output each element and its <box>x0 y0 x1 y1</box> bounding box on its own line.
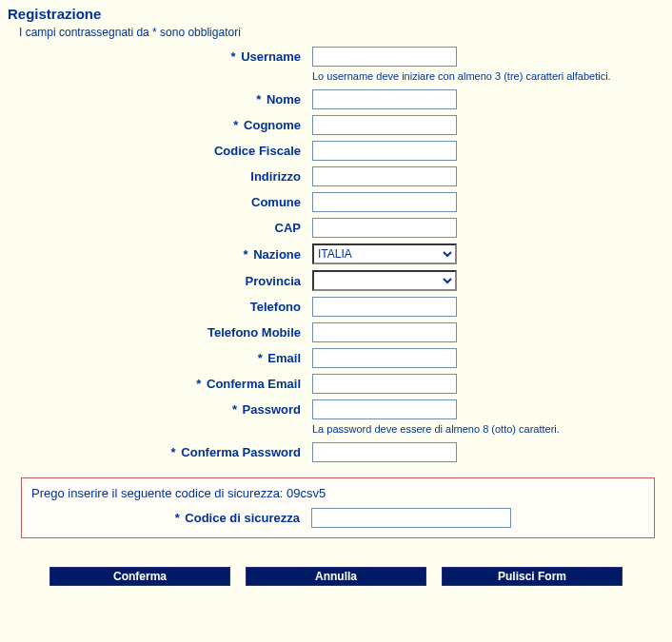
field-row-security: * Codice di sicurezza <box>31 508 644 528</box>
label-text-nazione: Nazione <box>253 247 301 262</box>
required-marker: * <box>258 351 263 365</box>
label-text-conferma-password: Conferma Password <box>181 445 301 459</box>
input-security-code[interactable] <box>311 508 511 528</box>
field-row-telefono-mobile: Telefono Mobile <box>8 322 664 342</box>
input-conferma-password[interactable] <box>312 442 457 462</box>
label-text-cognome: Cognome <box>244 118 301 132</box>
input-conferma-email[interactable] <box>312 374 457 394</box>
field-row-codice-fiscale: Codice Fiscale <box>8 141 664 161</box>
label-text-password: Password <box>243 402 301 417</box>
label-password: * Password <box>8 402 312 417</box>
field-row-comune: Comune <box>8 192 664 212</box>
input-indirizzo[interactable] <box>312 166 457 186</box>
button-bar: Conferma Annulla Pulisci Form <box>8 567 664 586</box>
input-email[interactable] <box>312 348 457 368</box>
required-note: I campi contrassegnati da * sono obbliga… <box>19 26 664 39</box>
input-username[interactable] <box>312 47 457 67</box>
label-text-conferma-email: Conferma Email <box>207 377 301 391</box>
label-indirizzo: Indirizzo <box>8 169 312 184</box>
label-telefono-mobile: Telefono Mobile <box>8 325 312 340</box>
field-row-cap: CAP <box>8 218 664 238</box>
required-marker: * <box>171 445 176 459</box>
label-email: * Email <box>8 351 312 365</box>
label-text-security: Codice di sicurezza <box>185 511 300 525</box>
required-marker: * <box>175 511 180 525</box>
label-conferma-password: * Conferma Password <box>8 445 312 459</box>
field-row-telefono: Telefono <box>8 297 664 317</box>
label-username: * Username <box>8 49 312 64</box>
label-text-indirizzo: Indirizzo <box>250 169 301 184</box>
input-codice-fiscale[interactable] <box>312 141 457 161</box>
input-telefono-mobile[interactable] <box>312 322 457 342</box>
label-provincia: Provincia <box>8 274 312 288</box>
input-comune[interactable] <box>312 192 457 212</box>
required-marker: * <box>196 377 201 391</box>
field-row-conferma-password: * Conferma Password <box>8 442 664 462</box>
label-text-email: Email <box>267 351 301 365</box>
field-row-conferma-email: * Conferma Email <box>8 374 664 394</box>
label-text-provincia: Provincia <box>245 274 301 288</box>
label-security: * Codice di sicurezza <box>31 511 311 525</box>
label-conferma-email: * Conferma Email <box>8 377 312 391</box>
input-nome[interactable] <box>312 89 457 109</box>
page-title: Registrazione <box>8 6 664 22</box>
registration-form: Registrazione I campi contrassegnati da … <box>0 0 672 597</box>
hint-password: La password deve essere di almeno 8 (ott… <box>312 423 664 435</box>
label-text-telefono: Telefono <box>250 300 301 314</box>
label-telefono: Telefono <box>8 300 312 314</box>
field-row-email: * Email <box>8 348 664 368</box>
security-prompt-prefix: Prego inserire il seguente codice di sic… <box>31 486 287 500</box>
hint-username: Lo username deve iniziare con almeno 3 (… <box>312 70 664 82</box>
field-row-cognome: * Cognome <box>8 115 664 135</box>
field-row-nazione: * Nazione ITALIA <box>8 243 664 264</box>
field-row-indirizzo: Indirizzo <box>8 166 664 186</box>
label-text-comune: Comune <box>251 195 301 209</box>
required-marker: * <box>233 118 238 132</box>
required-marker: * <box>243 247 247 262</box>
label-nome: * Nome <box>8 92 312 107</box>
required-marker: * <box>256 92 261 107</box>
input-telefono[interactable] <box>312 297 457 317</box>
field-row-username: * Username <box>8 47 664 67</box>
input-cognome[interactable] <box>312 115 457 135</box>
confirm-button[interactable]: Conferma <box>49 567 230 586</box>
input-cap[interactable] <box>312 218 457 238</box>
label-text-cap: CAP <box>275 221 301 235</box>
input-password[interactable] <box>312 399 457 419</box>
field-row-password: * Password <box>8 399 664 419</box>
label-text-username: Username <box>241 49 301 64</box>
field-row-nome: * Nome <box>8 89 664 109</box>
label-comune: Comune <box>8 195 312 209</box>
security-prompt: Prego inserire il seguente codice di sic… <box>31 486 644 500</box>
label-codice-fiscale: Codice Fiscale <box>8 144 312 158</box>
label-cognome: * Cognome <box>8 118 312 132</box>
label-text-telefono-mobile: Telefono Mobile <box>208 325 301 340</box>
required-marker: * <box>230 49 235 64</box>
cancel-button[interactable]: Annulla <box>246 567 426 586</box>
label-text-codice-fiscale: Codice Fiscale <box>214 144 301 158</box>
label-cap: CAP <box>8 221 312 235</box>
required-marker: * <box>232 402 237 417</box>
security-box: Prego inserire il seguente codice di sic… <box>21 477 655 538</box>
label-text-nome: Nome <box>267 92 301 107</box>
label-nazione: * Nazione <box>8 247 312 262</box>
field-row-provincia: Provincia <box>8 270 664 291</box>
reset-button[interactable]: Pulisci Form <box>442 567 623 586</box>
select-nazione[interactable]: ITALIA <box>312 243 457 264</box>
security-code: 09csv5 <box>287 486 326 500</box>
select-provincia[interactable] <box>312 270 457 291</box>
